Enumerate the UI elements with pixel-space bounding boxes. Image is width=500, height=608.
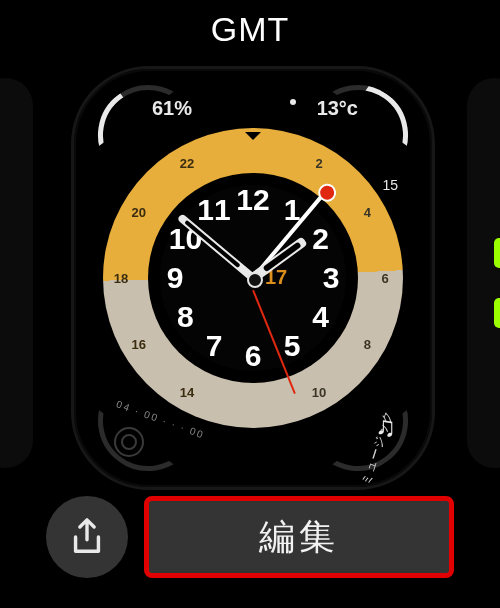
edit-button-label: 編集 — [259, 513, 339, 562]
battery-complication[interactable]: 61% — [152, 97, 192, 120]
previous-face-peek[interactable] — [0, 78, 33, 468]
temperature-current-dot — [290, 99, 296, 105]
hand-pivot — [247, 272, 263, 288]
current-watch-face[interactable]: 61% 13°c 15 2 4 6 8 10 14 16 18 — [71, 66, 435, 490]
next-face-peek[interactable] — [467, 78, 500, 468]
activity-rings-icon[interactable] — [114, 427, 144, 457]
watch-face-selector-screen: GMT 61% 13°c 15 2 4 6 8 10 — [0, 0, 500, 608]
gmt-dial: 2 4 6 8 10 14 16 18 20 22 12 1 2 3 — [103, 128, 403, 428]
share-button[interactable] — [46, 496, 128, 578]
music-note-icon[interactable]: ♫ — [375, 411, 396, 443]
temperature-complication[interactable]: 13°c — [317, 97, 358, 120]
face-actions-row: 編集 — [46, 496, 454, 578]
watch-face-carousel[interactable]: 61% 13°c 15 2 4 6 8 10 14 16 18 — [0, 60, 500, 490]
edit-button[interactable]: 編集 — [144, 496, 454, 578]
share-icon — [69, 517, 105, 557]
face-title: GMT — [0, 10, 500, 49]
